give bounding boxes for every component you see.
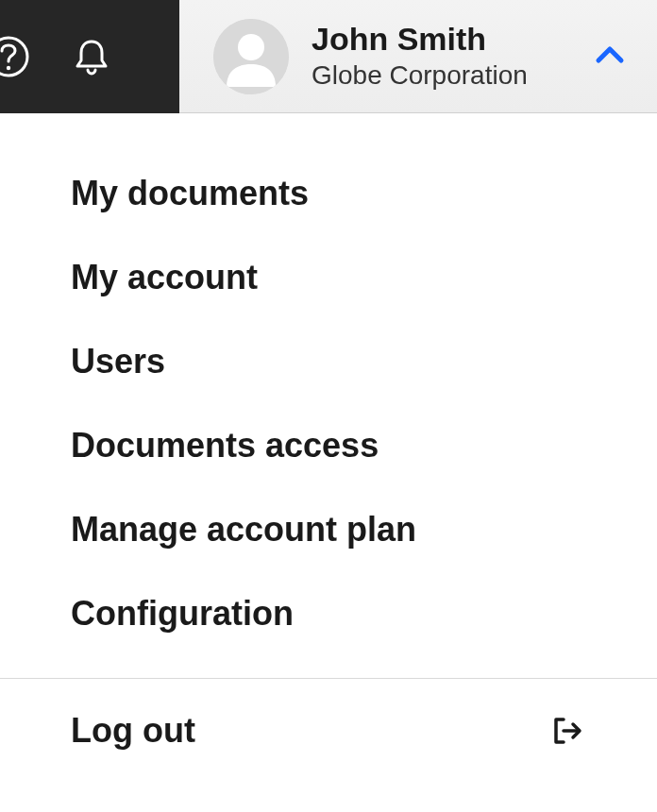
menu-item-users[interactable]: Users — [0, 319, 657, 403]
svg-point-0 — [0, 38, 27, 76]
svg-point-1 — [7, 66, 10, 70]
menu-item-label: Documents access — [71, 426, 379, 465]
menu-item-manage-account-plan[interactable]: Manage account plan — [0, 487, 657, 571]
menu-item-documents-access[interactable]: Documents access — [0, 403, 657, 487]
menu-item-my-account[interactable]: My account — [0, 235, 657, 319]
menu-item-label: Configuration — [71, 594, 294, 633]
chevron-up-icon — [591, 38, 629, 76]
menu-item-label: My documents — [71, 174, 309, 212]
logout-label: Log out — [71, 711, 195, 751]
notifications-icon[interactable] — [69, 34, 114, 79]
menu-item-configuration[interactable]: Configuration — [0, 571, 657, 655]
menu-item-label: My account — [71, 258, 258, 296]
user-organization: Globe Corporation — [312, 59, 568, 93]
menu-item-label: Users — [71, 342, 165, 381]
user-name: John Smith — [312, 20, 568, 59]
help-icon[interactable] — [0, 34, 31, 79]
header-toolbar — [0, 0, 179, 113]
logout-icon — [548, 712, 586, 750]
menu-item-logout[interactable]: Log out — [0, 679, 657, 783]
menu-item-my-documents[interactable]: My documents — [0, 151, 657, 235]
app-header: John Smith Globe Corporation — [0, 0, 657, 113]
svg-point-3 — [238, 34, 264, 60]
menu-item-label: Manage account plan — [71, 510, 416, 549]
user-info: John Smith Globe Corporation — [312, 20, 568, 93]
avatar — [213, 19, 289, 94]
user-menu: My documents My account Users Documents … — [0, 113, 657, 783]
user-profile-toggle[interactable]: John Smith Globe Corporation — [179, 0, 657, 113]
